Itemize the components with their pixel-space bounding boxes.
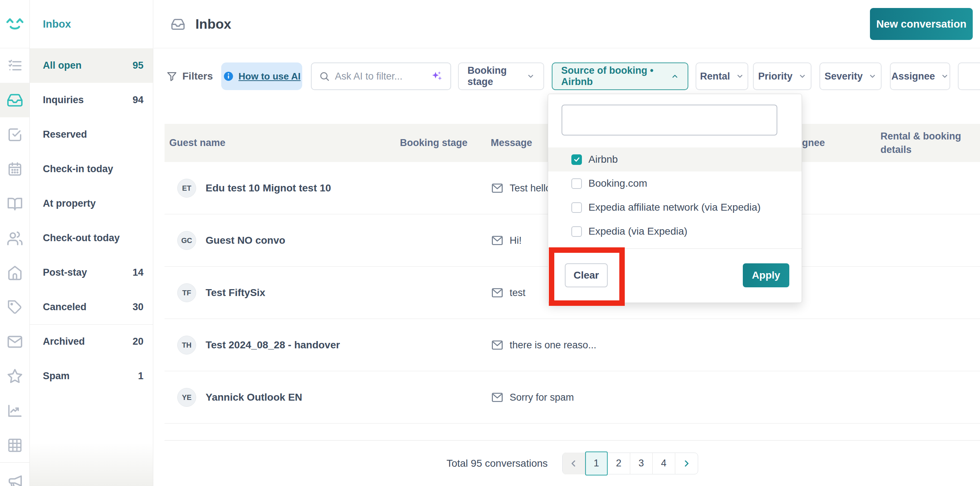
sidebar-item-label: Archived [43, 336, 85, 347]
dropdown-option-airbnb[interactable]: Airbnb [548, 147, 802, 171]
message-preview: test [510, 287, 526, 299]
rail-item-canceled[interactable] [0, 290, 29, 324]
partial-row [165, 424, 980, 441]
rail-item-archived[interactable] [0, 324, 29, 359]
checkbox-unchecked-icon [571, 226, 582, 237]
sidebar-item-canceled[interactable]: Canceled 30 [30, 290, 153, 324]
ai-filter-input[interactable]: Ask AI to filter... [311, 62, 451, 90]
message-preview: Hi! [510, 235, 522, 246]
envelope-icon [491, 391, 504, 404]
next-page-button[interactable] [675, 453, 698, 474]
sidebar-item-count: 95 [132, 60, 143, 71]
sidebar-item-count: 94 [132, 94, 143, 106]
dropdown-search-input[interactable] [562, 105, 777, 135]
dropdown-option-expedia-affiliate[interactable]: Expedia affiliate network (via Expedia) [548, 195, 802, 219]
calendar-icon [7, 162, 22, 177]
sidebar-item-count: 30 [132, 301, 143, 313]
sidebar-bottom-fade [30, 442, 153, 486]
sidebar-item-label: At property [43, 198, 96, 209]
rail-item-marketing[interactable] [0, 464, 29, 486]
inbox-app: Inbox All open 95 Inquiries 94 Reserved … [0, 0, 980, 486]
page-button-2[interactable]: 2 [608, 453, 630, 474]
avatar: TF [177, 283, 196, 302]
rail-item-post-stay[interactable] [0, 255, 29, 290]
clear-button[interactable]: Clear [565, 263, 608, 287]
chevron-down-icon [736, 72, 744, 80]
how-to-use-ai-link[interactable]: How to use AI [221, 62, 302, 90]
sidebar-item-at-property[interactable]: At property [30, 186, 153, 221]
page-button-4[interactable]: 4 [653, 453, 675, 474]
conversation-row[interactable]: YE Yannick Outlook EN Sorry for spam [165, 371, 980, 424]
sidebar-item-count: 20 [132, 336, 143, 347]
filter-chip-rental[interactable]: Rental [695, 62, 748, 90]
conversation-row[interactable]: TH Test 2024_08_28 - handover there is o… [165, 319, 980, 371]
apply-button[interactable]: Apply [743, 263, 789, 287]
sidebar-item-checkout-today[interactable]: Check-out today [30, 221, 153, 255]
sidebar-item-checkin-today[interactable]: Check-in today [30, 152, 153, 186]
total-conversations: Total 95 conversations [446, 458, 548, 469]
guest-name: Guest NO convo [205, 214, 285, 267]
funnel-icon [166, 71, 177, 82]
grid-icon [7, 437, 23, 453]
rail-item-checkout[interactable] [0, 221, 29, 255]
rail-item-inbox[interactable] [0, 83, 29, 117]
envelope-icon [491, 339, 504, 352]
app-logo[interactable] [0, 0, 29, 48]
sidebar-item-spam[interactable]: Spam 1 [30, 359, 153, 394]
dropdown-option-booking-com[interactable]: Booking.com [548, 171, 802, 195]
avatar: ET [177, 179, 196, 198]
guest-name: Test FiftySix [205, 267, 265, 319]
filter-chip-assignee[interactable]: Assignee [890, 62, 950, 90]
sidebar-item-reserved[interactable]: Reserved [30, 117, 153, 152]
dropdown-option-expedia[interactable]: Expedia (via Expedia) [548, 219, 802, 243]
rail-item-at-property[interactable] [0, 186, 29, 221]
new-conversation-button[interactable]: New conversation [870, 8, 973, 40]
page-button-3[interactable]: 3 [630, 453, 653, 474]
envelope-icon [491, 234, 504, 247]
home-icon [7, 265, 23, 281]
filter-chip-booking-stage[interactable]: Booking stage [458, 62, 544, 90]
rail-item-grid[interactable] [0, 428, 29, 462]
guest-name: Yannick Outlook EN [205, 371, 302, 424]
inbox-tray-icon [6, 92, 23, 108]
sidebar-item-label: Check-out today [43, 233, 120, 244]
chart-icon [7, 403, 23, 419]
sidebar-item-inquiries[interactable]: Inquiries 94 [30, 83, 153, 117]
sidebar-item-label: Post-stay [43, 267, 87, 278]
checkbox-unchecked-icon [571, 178, 582, 189]
sidebar-item-archived[interactable]: Archived 20 [30, 324, 153, 359]
sidebar-item-label: Canceled [43, 301, 86, 313]
filter-chip-source-of-booking[interactable]: Source of booking • Airbnb [552, 62, 688, 90]
mail-icon [7, 334, 23, 350]
search-icon [319, 71, 330, 82]
message-preview: Test hello [510, 183, 551, 194]
column-booking-stage: Booking stage [400, 124, 468, 162]
column-message: Message [491, 124, 532, 162]
guest-name: Edu test 10 Mignot test 10 [205, 162, 331, 214]
rail-item-checkin[interactable] [0, 152, 29, 186]
guest-name: Test 2024_08_28 - handover [205, 319, 340, 371]
previous-page-button[interactable] [563, 453, 585, 474]
rail-item-analytics[interactable] [0, 394, 29, 428]
sparkles-icon [430, 70, 443, 83]
main-content: Inbox New conversation Filters [154, 0, 980, 486]
sidebar: Inbox All open 95 Inquiries 94 Reserved … [30, 0, 153, 486]
sidebar-item-all-open[interactable]: All open 95 [30, 48, 153, 83]
page-header: Inbox New conversation [154, 0, 980, 48]
chevron-down-icon [527, 72, 535, 80]
dropdown-footer-divider [548, 249, 802, 249]
sidebar-item-label: Spam [43, 370, 70, 382]
sidebar-item-label: Reserved [43, 129, 87, 140]
sidebar-item-count: 14 [132, 267, 143, 278]
rail-item-spam[interactable] [0, 359, 29, 394]
sidebar-item-post-stay[interactable]: Post-stay 14 [30, 255, 153, 290]
filter-chip-severity[interactable]: Severity [819, 62, 881, 90]
rail-item-tasks[interactable] [0, 48, 29, 83]
filter-chip-clipped[interactable]: Co [958, 62, 980, 90]
page-button-1[interactable]: 1 [585, 451, 608, 475]
rail-item-reserved[interactable] [0, 117, 29, 152]
sidebar-item-count: 1 [138, 370, 143, 382]
message-preview: Sorry for spam [510, 392, 574, 403]
filter-chip-priority[interactable]: Priority [753, 62, 811, 90]
envelope-icon [491, 286, 504, 299]
